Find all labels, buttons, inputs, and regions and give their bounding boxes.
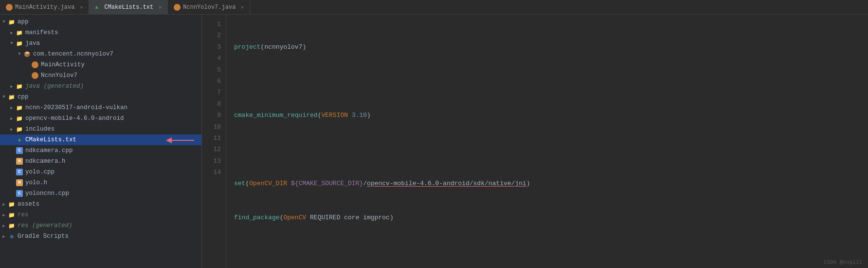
sidebar-item-yoloncnn-cpp[interactable]: C yoloncnn.cpp	[0, 188, 201, 199]
h-file-icon: H	[16, 179, 23, 187]
tree-arrow	[8, 116, 16, 121]
cpp-file-icon: C	[16, 147, 23, 154]
folder-icon: 📁	[8, 200, 16, 208]
folder-icon: 📁	[8, 222, 16, 230]
code-line-7	[234, 246, 860, 257]
folder-icon: 📁	[16, 29, 23, 37]
tree-arrow	[0, 212, 8, 218]
tab-cmakelists[interactable]: CMakeLists.txt ✕	[89, 0, 168, 14]
tree-label: yoloncnn.cpp	[25, 190, 199, 197]
sidebar-item-opencv[interactable]: 📁 opencv-mobile-4.6.0-android	[0, 113, 201, 124]
sidebar-item-res[interactable]: 📁 res	[0, 210, 201, 220]
tree-label: ncnn-20230517-android-vulkan	[25, 104, 199, 111]
sidebar-item-java[interactable]: 📁 java	[0, 38, 201, 49]
tree-arrow	[0, 202, 8, 207]
cpp-file-icon: C	[16, 168, 23, 176]
tree-label: com.tencent.ncnnyolov7	[33, 51, 199, 57]
tab-close-icon[interactable]: ✕	[241, 4, 244, 10]
code-lines: project(ncnnyolov7) cmake_minimum_requir…	[226, 15, 868, 268]
tree-arrow	[0, 234, 8, 239]
sidebar-item-manifests[interactable]: 📁 manifests	[0, 27, 201, 38]
tree-arrow	[8, 105, 16, 111]
tree-label: includes	[25, 126, 199, 133]
package-folder-icon: 📦	[23, 50, 31, 58]
sidebar-item-ncnn[interactable]: 📁 ncnn-20230517-android-vulkan	[0, 102, 201, 113]
tree-label: yolo.h	[25, 179, 199, 186]
sidebar-item-includes[interactable]: 📁 includes	[0, 124, 201, 134]
tree-label: yolo.cpp	[25, 169, 199, 175]
tree-label: ndkcamera.h	[25, 158, 199, 165]
folder-icon: 📁	[16, 104, 23, 112]
folder-icon: 📁	[16, 115, 23, 122]
tree-label: cpp	[18, 94, 199, 100]
sidebar-item-ncnnyolov7[interactable]: NcnnYolov7	[0, 70, 201, 81]
tree-arrow	[0, 95, 8, 99]
code-line-1: project(ncnnyolov7)	[234, 41, 860, 53]
sidebar-item-cmakelists[interactable]: ▲ CMakeLists.txt	[0, 134, 201, 145]
code-line-5: set(OpenCV_DIR ${CMAKE_SOURCE_DIR}/openc…	[234, 178, 860, 189]
folder-icon: 📁	[16, 125, 23, 133]
watermark: CSDN @eugill	[824, 259, 862, 265]
sidebar-item-gradle[interactable]: ⚙ Gradle Scripts	[0, 231, 201, 242]
java-file-icon	[31, 72, 39, 79]
cmake-icon	[95, 4, 102, 11]
arrow-annotation	[165, 135, 202, 145]
tree-label: res (generated)	[18, 222, 199, 229]
folder-icon: 📁	[16, 39, 23, 47]
sidebar-item-assets[interactable]: 📁 assets	[0, 199, 201, 210]
line-numbers: 1 2 3 4 5 6 7 8 9 10 11 12 13 14	[202, 15, 226, 268]
cmake-file-icon: ▲	[16, 136, 23, 144]
tab-mainactivity[interactable]: MainActivity.java ✕	[0, 0, 89, 14]
tree-label: res	[18, 211, 199, 218]
folder-icon: 📁	[8, 93, 16, 101]
folder-icon: 📁	[8, 18, 16, 26]
code-line-3: cmake_minimum_required(VERSION 3.10)	[234, 110, 860, 121]
tree-arrow	[16, 52, 23, 57]
tree-label: ndkcamera.cpp	[25, 147, 199, 154]
sidebar-item-res-generated[interactable]: 📁 res (generated)	[0, 220, 201, 231]
tab-bar: MainActivity.java ✕ CMakeLists.txt ✕ Ncn…	[0, 0, 868, 15]
tree-label: assets	[18, 201, 199, 208]
tab-close-icon[interactable]: ✕	[80, 4, 83, 10]
tree-label: Gradle Scripts	[18, 233, 199, 240]
sidebar-item-yolo-cpp[interactable]: C yolo.cpp	[0, 167, 201, 177]
sidebar-item-ndkcamera-cpp[interactable]: C ndkcamera.cpp	[0, 145, 201, 156]
main-layout: 📁 app 📁 manifests 📁 java 📦 com.tencent.n…	[0, 15, 868, 268]
tab-ncnnyolov7[interactable]: NcnnYolov7.java ✕	[168, 0, 250, 14]
sidebar-item-com[interactable]: 📦 com.tencent.ncnnyolov7	[0, 49, 201, 59]
folder-icon: 📁	[16, 82, 23, 90]
sidebar[interactable]: 📁 app 📁 manifests 📁 java 📦 com.tencent.n…	[0, 15, 202, 268]
tree-arrow	[8, 84, 16, 89]
folder-icon: 📁	[8, 211, 16, 219]
tree-arrow	[8, 127, 16, 132]
java-icon	[6, 4, 13, 11]
java-icon	[174, 4, 181, 11]
gradle-icon: ⚙	[8, 232, 16, 240]
code-line-4	[234, 144, 860, 155]
java-file-icon	[31, 61, 39, 69]
code-content: 1 2 3 4 5 6 7 8 9 10 11 12 13 14 project…	[202, 15, 868, 268]
tree-label: java	[25, 40, 199, 47]
sidebar-item-app[interactable]: 📁 app	[0, 17, 201, 27]
code-editor[interactable]: 1 2 3 4 5 6 7 8 9 10 11 12 13 14 project…	[202, 15, 868, 268]
h-file-icon: H	[16, 157, 23, 165]
tab-label: CMakeLists.txt	[104, 4, 153, 11]
tab-close-icon[interactable]: ✕	[159, 4, 162, 10]
tree-label: opencv-mobile-4.6.0-android	[25, 115, 199, 122]
tree-label: MainActivity	[41, 61, 199, 68]
code-line-6: find_package(OpenCV REQUIRED core imgpro…	[234, 212, 860, 223]
sidebar-item-cpp[interactable]: 📁 cpp	[0, 92, 201, 102]
sidebar-item-ndkcamera-h[interactable]: H ndkcamera.h	[0, 156, 201, 167]
tree-label: app	[18, 19, 199, 25]
tree-arrow	[0, 223, 8, 229]
sidebar-item-java-generated[interactable]: 📁 java (generated)	[0, 81, 201, 92]
tree-arrow	[0, 19, 8, 24]
tree-label: NcnnYolov7	[41, 72, 199, 79]
sidebar-item-yolo-h[interactable]: H yolo.h	[0, 177, 201, 188]
cpp-file-icon: C	[16, 190, 23, 197]
code-line-2	[234, 76, 860, 87]
sidebar-item-mainactivity[interactable]: MainActivity	[0, 59, 201, 70]
tree-label: manifests	[25, 29, 199, 36]
tree-arrow	[8, 41, 16, 46]
tree-label: java (generated)	[25, 83, 199, 90]
